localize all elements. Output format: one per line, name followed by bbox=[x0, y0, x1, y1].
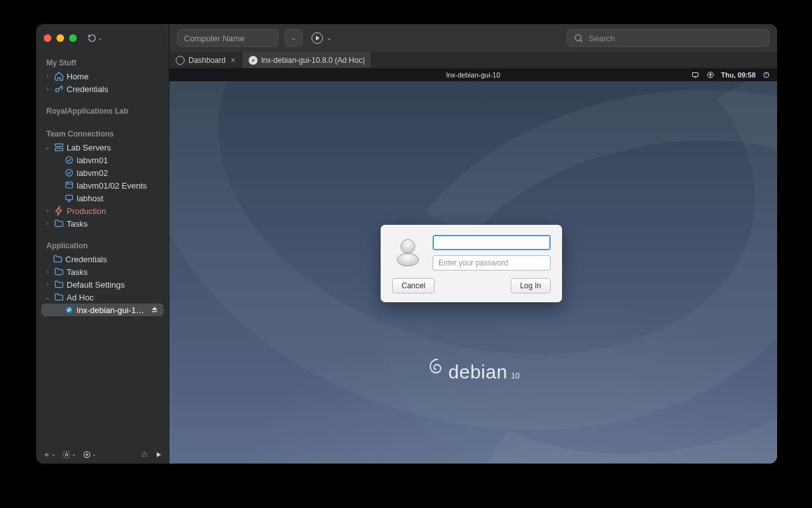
sidebar-item-labvm01[interactable]: labvm01 bbox=[41, 154, 164, 166]
home-icon bbox=[54, 71, 64, 81]
computer-name-placeholder: Computer Name bbox=[184, 34, 244, 43]
password-input[interactable] bbox=[433, 255, 551, 271]
display-icon[interactable] bbox=[691, 70, 700, 79]
main-area: Computer Name ⌄ ⌄ Search Dashboard × bbox=[169, 24, 777, 464]
svg-rect-2 bbox=[55, 148, 63, 150]
play-small-button[interactable] bbox=[155, 451, 162, 458]
minimize-window-button[interactable] bbox=[56, 34, 64, 42]
tab-label: Dashboard bbox=[188, 56, 226, 65]
sidebar-item-label: lnx-debian-gui-10.… bbox=[77, 305, 148, 315]
refresh-dropdown[interactable]: ⌄ bbox=[86, 32, 105, 44]
folder-icon bbox=[54, 218, 64, 229]
target-button[interactable]: ⌄ bbox=[82, 450, 96, 459]
accessibility-icon[interactable] bbox=[706, 70, 715, 79]
close-icon[interactable]: × bbox=[231, 56, 235, 65]
connection-icon bbox=[64, 155, 74, 165]
svg-rect-12 bbox=[692, 73, 698, 77]
gear-button[interactable]: ⌄ bbox=[62, 450, 76, 459]
toolbar: Computer Name ⌄ ⌄ Search bbox=[169, 24, 777, 52]
play-dropdown[interactable]: ⌄ bbox=[309, 32, 332, 44]
username-input[interactable] bbox=[433, 235, 551, 250]
svg-point-0 bbox=[56, 88, 59, 91]
gnome-top-bar: lnx-debian-gui-10 Thu, 09:58 bbox=[169, 69, 777, 81]
sidebar-item-label: Home bbox=[67, 72, 89, 81]
chevron-down-icon[interactable]: ⌄ bbox=[44, 144, 51, 150]
sidebar-item-label: Ad Hoc bbox=[67, 293, 94, 302]
bolt-icon bbox=[54, 206, 64, 216]
server-group-icon bbox=[54, 142, 64, 152]
sidebar-item-labvm02[interactable]: labvm02 bbox=[41, 166, 164, 179]
tab-session[interactable]: lnx-debian-gui-10.8.0 (Ad Hoc) bbox=[242, 52, 372, 68]
svg-rect-6 bbox=[66, 195, 73, 199]
session-active-icon bbox=[64, 305, 74, 315]
section-royalapps: RoyalApplications Lab bbox=[40, 103, 165, 118]
sidebar-item-lab-servers[interactable]: ⌄ Lab Servers bbox=[41, 141, 164, 154]
search-input[interactable]: Search bbox=[566, 29, 769, 47]
power-icon[interactable] bbox=[762, 70, 771, 79]
sidebar-item-events[interactable]: labvm01/02 Events bbox=[41, 179, 164, 192]
traffic-lights[interactable] bbox=[44, 34, 77, 42]
sidebar-item-home[interactable]: › Home bbox=[41, 70, 164, 83]
sidebar-item-production[interactable]: › Production bbox=[41, 204, 164, 217]
chevron-down-icon: ⌄ bbox=[327, 35, 332, 41]
play-icon bbox=[311, 32, 323, 44]
sidebar-item-label: labhost bbox=[77, 194, 103, 203]
sidebar: ⌄ My Stuff › Home › Credentials RoyalApp… bbox=[36, 24, 169, 464]
folder-icon bbox=[54, 279, 64, 290]
login-button[interactable]: Log In bbox=[511, 278, 551, 293]
svg-point-4 bbox=[66, 170, 73, 177]
svg-point-8 bbox=[65, 453, 68, 456]
sidebar-item-labhost[interactable]: labhost bbox=[41, 192, 164, 204]
debian-logo: debian 10 bbox=[169, 356, 777, 383]
folder-icon bbox=[53, 254, 63, 264]
tab-dashboard[interactable]: Dashboard × bbox=[169, 52, 242, 68]
sidebar-item-label: labvm01/02 Events bbox=[77, 181, 147, 190]
tab-bar: Dashboard × lnx-debian-gui-10.8.0 (Ad Ho… bbox=[169, 52, 777, 69]
zoom-window-button[interactable] bbox=[69, 34, 77, 42]
chevron-right-icon: › bbox=[44, 86, 51, 92]
sidebar-item-label: Lab Servers bbox=[67, 143, 111, 152]
sidebar-item-adhoc[interactable]: ⌄ Ad Hoc bbox=[41, 291, 164, 304]
titlebar: ⌄ bbox=[36, 24, 169, 52]
sidebar-item-label: labvm01 bbox=[77, 156, 108, 165]
debian-version: 10 bbox=[511, 371, 520, 380]
remote-clock: Thu, 09:58 bbox=[721, 71, 756, 79]
sidebar-item-label: Tasks bbox=[67, 219, 88, 229]
svg-rect-5 bbox=[66, 182, 73, 188]
favorite-button[interactable]: ☆ bbox=[141, 450, 148, 459]
eject-icon[interactable] bbox=[150, 305, 159, 314]
tab-label: lnx-debian-gui-10.8.0 (Ad Hoc) bbox=[261, 56, 365, 65]
chevron-down-icon[interactable]: ⌄ bbox=[44, 294, 51, 300]
host-icon bbox=[64, 193, 74, 203]
close-window-button[interactable] bbox=[44, 34, 51, 42]
section-application: Application bbox=[40, 237, 165, 253]
sidebar-item-default-settings[interactable]: › Default Settings bbox=[41, 278, 164, 291]
debian-swirl-icon bbox=[427, 356, 446, 378]
sidebar-item-app-tasks[interactable]: › Tasks bbox=[41, 265, 164, 278]
dashboard-icon bbox=[176, 56, 185, 65]
chevron-right-icon: › bbox=[44, 73, 51, 79]
computer-name-dropdown[interactable]: ⌄ bbox=[285, 29, 303, 47]
svg-point-10 bbox=[86, 453, 88, 455]
avatar-icon bbox=[392, 235, 424, 268]
chevron-right-icon: › bbox=[44, 208, 51, 214]
sidebar-item-credentials[interactable]: › Credentials bbox=[41, 83, 164, 95]
svg-point-17 bbox=[401, 239, 415, 253]
chevron-right-icon: › bbox=[44, 220, 51, 227]
add-button[interactable]: ＋⌄ bbox=[43, 449, 56, 460]
chevron-right-icon: › bbox=[44, 281, 51, 288]
sidebar-item-tasks[interactable]: › Tasks bbox=[41, 217, 164, 230]
session-icon bbox=[249, 56, 258, 65]
remote-screen[interactable]: lnx-debian-gui-10 Thu, 09:58 bbox=[169, 69, 777, 464]
computer-name-field[interactable]: Computer Name bbox=[177, 29, 278, 47]
sidebar-item-adhoc-session[interactable]: lnx-debian-gui-10.… bbox=[41, 304, 164, 316]
sidebar-item-app-credentials[interactable]: Credentials bbox=[41, 253, 164, 265]
svg-rect-1 bbox=[55, 144, 63, 147]
search-placeholder: Search bbox=[589, 34, 615, 43]
search-icon bbox=[573, 33, 584, 43]
cancel-button[interactable]: Cancel bbox=[392, 278, 435, 293]
key-icon bbox=[54, 84, 64, 94]
sidebar-item-label: labvm02 bbox=[77, 168, 108, 178]
sidebar-item-label: Credentials bbox=[67, 84, 108, 94]
chevron-right-icon: › bbox=[44, 269, 51, 275]
